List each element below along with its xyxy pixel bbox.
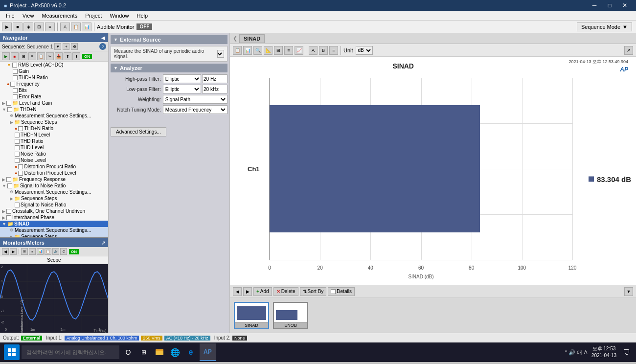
tree-item-dist-ratio[interactable]: ● Distortion Product Ratio <box>0 163 108 170</box>
taskbar-apx-app[interactable]: AP <box>200 343 216 361</box>
low-pass-type-select[interactable]: Elliptic <box>163 85 201 93</box>
taskbar-edge-icon[interactable]: e <box>184 345 198 359</box>
tree-item-snr[interactable]: Signal to Noise Ratio <box>0 202 108 208</box>
toolbar-btn3[interactable]: ≡ <box>45 23 55 31</box>
navigator-expand-icon[interactable]: ◀ <box>101 35 105 41</box>
nav-btn3[interactable]: 📋 <box>37 52 45 60</box>
tree-item-mss2[interactable]: ⚙ Measurement Sequence Settings... <box>0 189 108 195</box>
tree-item-thdn-ratio[interactable]: ● THD+N Ratio <box>0 125 108 132</box>
high-pass-type-select[interactable]: Elliptic <box>163 74 201 83</box>
menu-help[interactable]: Help <box>133 12 152 20</box>
seq-settings-btn[interactable]: ⚙ <box>71 43 78 50</box>
weighting-select[interactable]: Signal Path <box>163 95 227 104</box>
taskbar-chrome-icon[interactable]: 🌐 <box>168 345 182 359</box>
tree-item-dist-level[interactable]: ● Distortion Product Level <box>0 170 108 176</box>
seq-dropdown-btn[interactable]: ▼ <box>54 43 61 50</box>
high-pass-value-input[interactable] <box>202 74 227 83</box>
nav-run-btn[interactable]: ▶ <box>2 52 10 60</box>
tree-folder-snr[interactable]: ▼ 📁 Signal to Noise Ratio <box>0 182 108 189</box>
audible-monitor-off-badge[interactable]: OFF <box>136 23 152 30</box>
tree-item-interch[interactable]: ▶ Interchannel Phase <box>0 214 108 221</box>
chart-btn10[interactable]: = <box>329 46 338 55</box>
toolbar-btn1[interactable]: ◈ <box>23 23 33 31</box>
start-button[interactable] <box>4 344 20 360</box>
tree-folder-freq-resp[interactable]: ▶ 📁 Frequency Response <box>0 176 108 182</box>
toolbar-run-btn[interactable]: ▶ <box>2 23 12 31</box>
add-button[interactable]: + Add <box>253 287 272 296</box>
nav-btn2[interactable]: ≡ <box>28 52 36 60</box>
chart-btn4[interactable]: 📐 <box>264 46 273 55</box>
chart-btn7[interactable]: 📈 <box>295 46 303 55</box>
chart-btn5[interactable]: ⊞ <box>274 46 283 55</box>
menu-window[interactable]: Window <box>106 12 133 20</box>
mon-btn4[interactable]: ≡ <box>29 248 36 255</box>
mon-btn7[interactable]: 🔊 <box>52 248 59 255</box>
mon-btn6[interactable]: 📋 <box>45 248 51 255</box>
nav-btn7[interactable]: ⬇ <box>72 52 80 60</box>
minimize-button[interactable]: ─ <box>587 0 602 11</box>
toolbar-stop-btn[interactable]: ■ <box>13 23 23 31</box>
chart-btn8[interactable]: A <box>309 46 318 55</box>
taskbar-notification-icon[interactable]: 🗨 <box>620 346 632 358</box>
mon-btn2[interactable]: ▶ <box>10 248 17 255</box>
mon-btn8[interactable]: ⏱ <box>60 248 67 255</box>
tree-item-thd-ratio[interactable]: THD Ratio <box>0 138 108 144</box>
unit-select[interactable]: dB <box>356 46 373 55</box>
seq-add-btn[interactable]: + <box>63 43 69 50</box>
chart-btn9[interactable]: B <box>319 46 328 55</box>
taskbar-cortana-icon[interactable]: O <box>121 345 135 359</box>
ext-source-dropdown[interactable] <box>217 50 224 58</box>
advanced-settings-button[interactable]: Advanced Settings... <box>111 127 166 136</box>
menu-measurements[interactable]: Measurements <box>38 12 81 20</box>
tree-item-noise-level[interactable]: Noise Level <box>0 157 108 163</box>
tree-item[interactable]: ▼ RMS Level (AC+DC) <box>0 62 108 68</box>
nav-on-btn[interactable]: ON <box>82 54 92 59</box>
scroll-right-btn[interactable]: ▼ <box>624 287 633 296</box>
chart-btn3[interactable]: 🔍 <box>253 46 262 55</box>
tree-item-mss1[interactable]: ⚙ Measurement Sequence Settings... <box>0 113 108 119</box>
maximize-button[interactable]: □ <box>602 0 617 11</box>
monitors-expand-icon[interactable]: ↗ <box>101 240 105 246</box>
details-toggle[interactable]: Details <box>328 287 355 296</box>
mon-btn1[interactable]: ◀ <box>2 248 9 255</box>
mon-on-btn[interactable]: ON <box>69 249 79 254</box>
taskbar-task-view-icon[interactable]: ⊞ <box>137 345 151 359</box>
sort-by-button[interactable]: ⇅ Sort By <box>300 287 327 296</box>
mon-btn3[interactable]: ⊞ <box>21 248 28 255</box>
toolbar-btn5[interactable]: 📋 <box>71 23 81 31</box>
notch-select[interactable]: Measured Frequency <box>163 105 227 114</box>
toolbar-btn6[interactable]: 📊 <box>82 23 91 31</box>
menu-view[interactable]: View <box>19 12 38 20</box>
sinad-thumbnail[interactable]: SINAD <box>234 302 269 329</box>
chart-btn2[interactable]: 📊 <box>243 46 252 55</box>
tree-item-noise-ratio[interactable]: Noise Ratio <box>0 151 108 157</box>
tree-item-thd-level[interactable]: THD Level <box>0 144 108 151</box>
tree-folder-seq-steps3[interactable]: ▶ 📁 Sequence Steps <box>0 233 108 237</box>
toolbar-btn4[interactable]: A <box>60 23 70 31</box>
nav-btn1[interactable]: ⊞ <box>20 52 27 60</box>
tree-item-xtalk[interactable]: ▶ Crosstalk, One Channel Undriven <box>0 208 108 214</box>
taskbar-explorer-icon[interactable] <box>153 345 166 359</box>
tree-folder-thdn[interactable]: ▼ 📁 THD+N <box>0 106 108 113</box>
chart-expand-btn[interactable]: ↗ <box>624 46 633 55</box>
low-pass-value-input[interactable] <box>202 85 227 93</box>
sequence-mode-button[interactable]: Sequence Mode ▼ <box>577 23 632 31</box>
nav-btn6[interactable]: ⬆ <box>64 52 71 60</box>
nav-btn5[interactable]: 📥 <box>55 52 63 60</box>
nav-next-btn[interactable]: ▶ <box>243 287 252 296</box>
close-button[interactable]: ✕ <box>617 0 632 11</box>
nav-btn4[interactable]: ✂ <box>46 52 54 60</box>
tree-folder-seq-steps[interactable]: ▶ 📁 Sequence Steps <box>0 119 108 125</box>
enob-thumbnail[interactable]: ENOB <box>273 302 308 329</box>
nav-help-btn[interactable]: ? <box>99 43 106 50</box>
tree-folder-seq-steps2[interactable]: ▶ 📁 Sequence Steps <box>0 195 108 202</box>
tree-item[interactable]: Gain <box>0 68 108 74</box>
tree-item[interactable]: ● Frequency <box>0 81 108 87</box>
tree-item-mss3[interactable]: ⚙ Measurement Sequence Settings... <box>0 227 108 233</box>
nav-prev-btn[interactable]: ◀ <box>233 287 242 296</box>
tree-item[interactable]: Bits <box>0 87 108 93</box>
tree-item[interactable]: Error Rate <box>0 93 108 100</box>
nav-stop-btn[interactable]: ■ <box>11 52 19 60</box>
toolbar-btn2[interactable]: ⊞ <box>34 23 44 31</box>
tree-folder-level-gain[interactable]: ▶ 📁 Level and Gain <box>0 100 108 106</box>
